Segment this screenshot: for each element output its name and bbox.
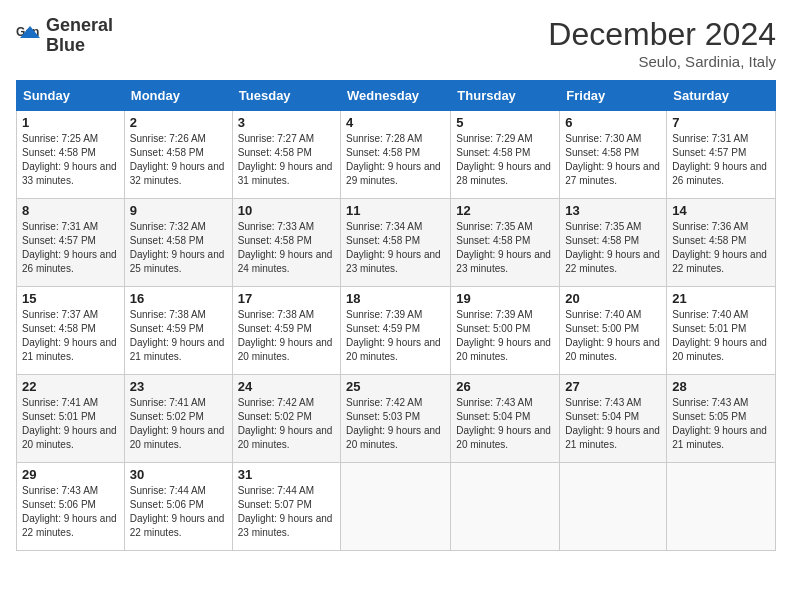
day-info: Sunrise: 7:43 AM Sunset: 5:04 PM Dayligh… — [565, 396, 661, 452]
header-saturday: Saturday — [667, 81, 776, 111]
day-info: Sunrise: 7:37 AM Sunset: 4:58 PM Dayligh… — [22, 308, 119, 364]
day-number: 27 — [565, 379, 661, 394]
day-number: 17 — [238, 291, 335, 306]
day-info: Sunrise: 7:39 AM Sunset: 5:00 PM Dayligh… — [456, 308, 554, 364]
day-info: Sunrise: 7:38 AM Sunset: 4:59 PM Dayligh… — [238, 308, 335, 364]
day-number: 23 — [130, 379, 227, 394]
day-number: 16 — [130, 291, 227, 306]
calendar-cell: 16 Sunrise: 7:38 AM Sunset: 4:59 PM Dayl… — [124, 287, 232, 375]
day-info: Sunrise: 7:43 AM Sunset: 5:06 PM Dayligh… — [22, 484, 119, 540]
day-info: Sunrise: 7:43 AM Sunset: 5:05 PM Dayligh… — [672, 396, 770, 452]
logo: Gen GeneralBlue — [16, 16, 113, 56]
header-wednesday: Wednesday — [341, 81, 451, 111]
day-number: 21 — [672, 291, 770, 306]
day-number: 2 — [130, 115, 227, 130]
calendar-cell: 2 Sunrise: 7:26 AM Sunset: 4:58 PM Dayli… — [124, 111, 232, 199]
day-number: 24 — [238, 379, 335, 394]
day-number: 19 — [456, 291, 554, 306]
calendar-cell: 18 Sunrise: 7:39 AM Sunset: 4:59 PM Dayl… — [341, 287, 451, 375]
day-number: 3 — [238, 115, 335, 130]
calendar-cell: 15 Sunrise: 7:37 AM Sunset: 4:58 PM Dayl… — [17, 287, 125, 375]
day-number: 18 — [346, 291, 445, 306]
calendar-cell: 29 Sunrise: 7:43 AM Sunset: 5:06 PM Dayl… — [17, 463, 125, 551]
day-number: 12 — [456, 203, 554, 218]
day-info: Sunrise: 7:44 AM Sunset: 5:07 PM Dayligh… — [238, 484, 335, 540]
day-info: Sunrise: 7:39 AM Sunset: 4:59 PM Dayligh… — [346, 308, 445, 364]
header-friday: Friday — [560, 81, 667, 111]
calendar-cell: 10 Sunrise: 7:33 AM Sunset: 4:58 PM Dayl… — [232, 199, 340, 287]
header-tuesday: Tuesday — [232, 81, 340, 111]
day-number: 9 — [130, 203, 227, 218]
calendar-cell: 9 Sunrise: 7:32 AM Sunset: 4:58 PM Dayli… — [124, 199, 232, 287]
day-number: 7 — [672, 115, 770, 130]
day-number: 10 — [238, 203, 335, 218]
day-info: Sunrise: 7:44 AM Sunset: 5:06 PM Dayligh… — [130, 484, 227, 540]
calendar-cell: 21 Sunrise: 7:40 AM Sunset: 5:01 PM Dayl… — [667, 287, 776, 375]
calendar-cell — [451, 463, 560, 551]
day-info: Sunrise: 7:40 AM Sunset: 5:00 PM Dayligh… — [565, 308, 661, 364]
day-info: Sunrise: 7:42 AM Sunset: 5:02 PM Dayligh… — [238, 396, 335, 452]
calendar-row: 8 Sunrise: 7:31 AM Sunset: 4:57 PM Dayli… — [17, 199, 776, 287]
calendar-cell — [560, 463, 667, 551]
day-number: 14 — [672, 203, 770, 218]
calendar-row: 22 Sunrise: 7:41 AM Sunset: 5:01 PM Dayl… — [17, 375, 776, 463]
calendar-cell: 28 Sunrise: 7:43 AM Sunset: 5:05 PM Dayl… — [667, 375, 776, 463]
day-info: Sunrise: 7:29 AM Sunset: 4:58 PM Dayligh… — [456, 132, 554, 188]
day-info: Sunrise: 7:40 AM Sunset: 5:01 PM Dayligh… — [672, 308, 770, 364]
calendar-cell: 7 Sunrise: 7:31 AM Sunset: 4:57 PM Dayli… — [667, 111, 776, 199]
calendar-cell: 31 Sunrise: 7:44 AM Sunset: 5:07 PM Dayl… — [232, 463, 340, 551]
calendar-cell: 24 Sunrise: 7:42 AM Sunset: 5:02 PM Dayl… — [232, 375, 340, 463]
calendar-cell — [341, 463, 451, 551]
day-number: 29 — [22, 467, 119, 482]
header-monday: Monday — [124, 81, 232, 111]
calendar-cell: 1 Sunrise: 7:25 AM Sunset: 4:58 PM Dayli… — [17, 111, 125, 199]
day-info: Sunrise: 7:27 AM Sunset: 4:58 PM Dayligh… — [238, 132, 335, 188]
day-number: 13 — [565, 203, 661, 218]
day-number: 8 — [22, 203, 119, 218]
day-number: 25 — [346, 379, 445, 394]
day-number: 30 — [130, 467, 227, 482]
calendar-cell: 22 Sunrise: 7:41 AM Sunset: 5:01 PM Dayl… — [17, 375, 125, 463]
day-info: Sunrise: 7:43 AM Sunset: 5:04 PM Dayligh… — [456, 396, 554, 452]
calendar-cell: 26 Sunrise: 7:43 AM Sunset: 5:04 PM Dayl… — [451, 375, 560, 463]
day-info: Sunrise: 7:32 AM Sunset: 4:58 PM Dayligh… — [130, 220, 227, 276]
day-number: 5 — [456, 115, 554, 130]
calendar-cell: 12 Sunrise: 7:35 AM Sunset: 4:58 PM Dayl… — [451, 199, 560, 287]
calendar-cell: 20 Sunrise: 7:40 AM Sunset: 5:00 PM Dayl… — [560, 287, 667, 375]
calendar-table: Sunday Monday Tuesday Wednesday Thursday… — [16, 80, 776, 551]
calendar-cell: 6 Sunrise: 7:30 AM Sunset: 4:58 PM Dayli… — [560, 111, 667, 199]
logo-icon: Gen — [16, 22, 44, 50]
calendar-cell: 19 Sunrise: 7:39 AM Sunset: 5:00 PM Dayl… — [451, 287, 560, 375]
location-title: Seulo, Sardinia, Italy — [548, 53, 776, 70]
day-info: Sunrise: 7:30 AM Sunset: 4:58 PM Dayligh… — [565, 132, 661, 188]
day-info: Sunrise: 7:38 AM Sunset: 4:59 PM Dayligh… — [130, 308, 227, 364]
day-number: 4 — [346, 115, 445, 130]
day-info: Sunrise: 7:36 AM Sunset: 4:58 PM Dayligh… — [672, 220, 770, 276]
day-number: 1 — [22, 115, 119, 130]
day-info: Sunrise: 7:35 AM Sunset: 4:58 PM Dayligh… — [565, 220, 661, 276]
header: Gen GeneralBlue December 2024 Seulo, Sar… — [16, 16, 776, 70]
header-thursday: Thursday — [451, 81, 560, 111]
day-info: Sunrise: 7:28 AM Sunset: 4:58 PM Dayligh… — [346, 132, 445, 188]
calendar-cell — [667, 463, 776, 551]
day-number: 11 — [346, 203, 445, 218]
day-info: Sunrise: 7:26 AM Sunset: 4:58 PM Dayligh… — [130, 132, 227, 188]
day-number: 28 — [672, 379, 770, 394]
day-info: Sunrise: 7:31 AM Sunset: 4:57 PM Dayligh… — [672, 132, 770, 188]
day-info: Sunrise: 7:31 AM Sunset: 4:57 PM Dayligh… — [22, 220, 119, 276]
calendar-cell: 3 Sunrise: 7:27 AM Sunset: 4:58 PM Dayli… — [232, 111, 340, 199]
weekday-header-row: Sunday Monday Tuesday Wednesday Thursday… — [17, 81, 776, 111]
calendar-cell: 17 Sunrise: 7:38 AM Sunset: 4:59 PM Dayl… — [232, 287, 340, 375]
calendar-cell: 27 Sunrise: 7:43 AM Sunset: 5:04 PM Dayl… — [560, 375, 667, 463]
calendar-cell: 11 Sunrise: 7:34 AM Sunset: 4:58 PM Dayl… — [341, 199, 451, 287]
day-number: 22 — [22, 379, 119, 394]
day-info: Sunrise: 7:33 AM Sunset: 4:58 PM Dayligh… — [238, 220, 335, 276]
day-info: Sunrise: 7:35 AM Sunset: 4:58 PM Dayligh… — [456, 220, 554, 276]
day-number: 31 — [238, 467, 335, 482]
calendar-cell: 13 Sunrise: 7:35 AM Sunset: 4:58 PM Dayl… — [560, 199, 667, 287]
day-number: 26 — [456, 379, 554, 394]
calendar-cell: 30 Sunrise: 7:44 AM Sunset: 5:06 PM Dayl… — [124, 463, 232, 551]
calendar-cell: 5 Sunrise: 7:29 AM Sunset: 4:58 PM Dayli… — [451, 111, 560, 199]
calendar-row: 15 Sunrise: 7:37 AM Sunset: 4:58 PM Dayl… — [17, 287, 776, 375]
day-info: Sunrise: 7:41 AM Sunset: 5:02 PM Dayligh… — [130, 396, 227, 452]
